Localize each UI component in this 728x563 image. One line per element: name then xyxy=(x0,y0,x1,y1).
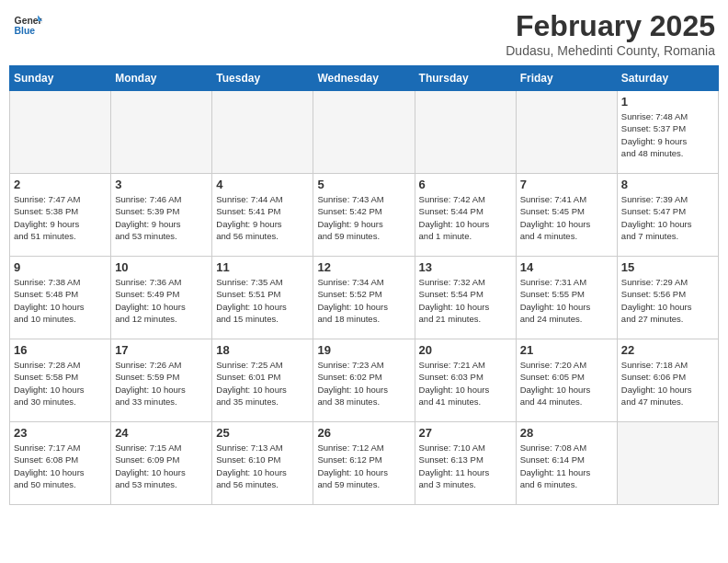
day-info: Sunrise: 7:20 AM Sunset: 6:05 PM Dayligh… xyxy=(520,359,613,408)
month-year-title: February 2025 xyxy=(506,9,715,43)
day-info: Sunrise: 7:15 AM Sunset: 6:09 PM Dayligh… xyxy=(115,442,208,490)
calendar-cell xyxy=(313,91,415,174)
day-info: Sunrise: 7:12 AM Sunset: 6:12 PM Dayligh… xyxy=(317,442,410,490)
day-number: 15 xyxy=(621,260,714,274)
calendar-cell: 3Sunrise: 7:46 AM Sunset: 5:39 PM Daylig… xyxy=(111,174,212,257)
calendar-table: SundayMondayTuesdayWednesdayThursdayFrid… xyxy=(9,65,719,505)
calendar-cell: 15Sunrise: 7:29 AM Sunset: 5:56 PM Dayli… xyxy=(617,257,718,339)
calendar-cell: 28Sunrise: 7:08 AM Sunset: 6:14 PM Dayli… xyxy=(516,422,617,505)
day-info: Sunrise: 7:38 AM Sunset: 5:48 PM Dayligh… xyxy=(14,276,107,325)
day-info: Sunrise: 7:29 AM Sunset: 5:56 PM Dayligh… xyxy=(621,276,714,325)
day-info: Sunrise: 7:34 AM Sunset: 5:52 PM Dayligh… xyxy=(317,276,410,325)
day-number: 21 xyxy=(520,343,613,357)
day-info: Sunrise: 7:43 AM Sunset: 5:42 PM Dayligh… xyxy=(317,193,410,242)
calendar-cell: 5Sunrise: 7:43 AM Sunset: 5:42 PM Daylig… xyxy=(313,174,415,257)
calendar-cell: 25Sunrise: 7:13 AM Sunset: 6:10 PM Dayli… xyxy=(212,422,313,505)
day-number: 9 xyxy=(14,260,107,274)
calendar-cell: 27Sunrise: 7:10 AM Sunset: 6:13 PM Dayli… xyxy=(415,422,516,505)
day-number: 28 xyxy=(520,426,613,440)
day-number: 25 xyxy=(216,426,309,440)
day-number: 23 xyxy=(14,426,107,440)
weekday-header-row: SundayMondayTuesdayWednesdayThursdayFrid… xyxy=(10,66,719,91)
calendar-cell: 14Sunrise: 7:31 AM Sunset: 5:55 PM Dayli… xyxy=(516,257,617,339)
day-number: 7 xyxy=(520,178,613,191)
day-info: Sunrise: 7:44 AM Sunset: 5:41 PM Dayligh… xyxy=(216,193,309,242)
calendar-cell: 18Sunrise: 7:25 AM Sunset: 6:01 PM Dayli… xyxy=(212,339,313,422)
day-info: Sunrise: 7:17 AM Sunset: 6:08 PM Dayligh… xyxy=(14,442,107,490)
calendar-cell: 21Sunrise: 7:20 AM Sunset: 6:05 PM Dayli… xyxy=(516,339,617,422)
calendar-cell: 4Sunrise: 7:44 AM Sunset: 5:41 PM Daylig… xyxy=(212,174,313,257)
calendar-cell: 19Sunrise: 7:23 AM Sunset: 6:02 PM Dayli… xyxy=(313,339,415,422)
weekday-header-sunday: Sunday xyxy=(10,66,111,91)
day-info: Sunrise: 7:42 AM Sunset: 5:44 PM Dayligh… xyxy=(419,193,512,242)
calendar-cell: 12Sunrise: 7:34 AM Sunset: 5:52 PM Dayli… xyxy=(313,257,415,339)
calendar-cell: 22Sunrise: 7:18 AM Sunset: 6:06 PM Dayli… xyxy=(617,339,718,422)
day-info: Sunrise: 7:13 AM Sunset: 6:10 PM Dayligh… xyxy=(216,442,309,490)
day-number: 20 xyxy=(419,343,512,357)
week-row-1: 1Sunrise: 7:48 AM Sunset: 5:37 PM Daylig… xyxy=(10,91,719,174)
day-number: 11 xyxy=(216,260,309,274)
calendar-cell xyxy=(415,91,516,174)
day-info: Sunrise: 7:26 AM Sunset: 5:59 PM Dayligh… xyxy=(115,359,208,408)
day-number: 22 xyxy=(621,343,714,357)
day-info: Sunrise: 7:23 AM Sunset: 6:02 PM Dayligh… xyxy=(317,359,410,408)
week-row-2: 2Sunrise: 7:47 AM Sunset: 5:38 PM Daylig… xyxy=(10,174,719,257)
weekday-header-saturday: Saturday xyxy=(617,66,718,91)
calendar-cell: 13Sunrise: 7:32 AM Sunset: 5:54 PM Dayli… xyxy=(415,257,516,339)
calendar-cell: 24Sunrise: 7:15 AM Sunset: 6:09 PM Dayli… xyxy=(111,422,212,505)
calendar-cell: 11Sunrise: 7:35 AM Sunset: 5:51 PM Dayli… xyxy=(212,257,313,339)
day-info: Sunrise: 7:10 AM Sunset: 6:13 PM Dayligh… xyxy=(419,442,512,490)
day-info: Sunrise: 7:18 AM Sunset: 6:06 PM Dayligh… xyxy=(621,359,714,408)
day-number: 14 xyxy=(520,260,613,274)
logo-icon: General Blue xyxy=(13,9,42,39)
title-block: February 2025 Dudasu, Mehedinti County, … xyxy=(506,9,715,58)
day-number: 26 xyxy=(317,426,410,440)
day-number: 10 xyxy=(115,260,208,274)
logo: General Blue xyxy=(13,9,42,39)
weekday-header-thursday: Thursday xyxy=(415,66,516,91)
day-info: Sunrise: 7:35 AM Sunset: 5:51 PM Dayligh… xyxy=(216,276,309,325)
calendar-cell xyxy=(10,91,111,174)
day-info: Sunrise: 7:28 AM Sunset: 5:58 PM Dayligh… xyxy=(14,359,107,408)
svg-text:Blue: Blue xyxy=(15,26,36,36)
day-info: Sunrise: 7:25 AM Sunset: 6:01 PM Dayligh… xyxy=(216,359,309,408)
day-number: 12 xyxy=(317,260,410,274)
weekday-header-monday: Monday xyxy=(111,66,212,91)
day-number: 27 xyxy=(419,426,512,440)
day-info: Sunrise: 7:47 AM Sunset: 5:38 PM Dayligh… xyxy=(14,193,107,242)
calendar-cell xyxy=(516,91,617,174)
day-info: Sunrise: 7:39 AM Sunset: 5:47 PM Dayligh… xyxy=(621,193,714,242)
day-number: 2 xyxy=(14,178,107,191)
calendar-cell: 2Sunrise: 7:47 AM Sunset: 5:38 PM Daylig… xyxy=(10,174,111,257)
week-row-3: 9Sunrise: 7:38 AM Sunset: 5:48 PM Daylig… xyxy=(10,257,719,339)
weekday-header-friday: Friday xyxy=(516,66,617,91)
calendar-cell xyxy=(212,91,313,174)
calendar-cell xyxy=(111,91,212,174)
day-number: 18 xyxy=(216,343,309,357)
day-info: Sunrise: 7:46 AM Sunset: 5:39 PM Dayligh… xyxy=(115,193,208,242)
day-number: 24 xyxy=(115,426,208,440)
day-number: 13 xyxy=(419,260,512,274)
calendar-cell: 7Sunrise: 7:41 AM Sunset: 5:45 PM Daylig… xyxy=(516,174,617,257)
week-row-4: 16Sunrise: 7:28 AM Sunset: 5:58 PM Dayli… xyxy=(10,339,719,422)
weekday-header-wednesday: Wednesday xyxy=(313,66,415,91)
calendar-cell: 8Sunrise: 7:39 AM Sunset: 5:47 PM Daylig… xyxy=(617,174,718,257)
calendar-cell xyxy=(617,422,718,505)
calendar-cell: 6Sunrise: 7:42 AM Sunset: 5:44 PM Daylig… xyxy=(415,174,516,257)
calendar-cell: 23Sunrise: 7:17 AM Sunset: 6:08 PM Dayli… xyxy=(10,422,111,505)
day-info: Sunrise: 7:08 AM Sunset: 6:14 PM Dayligh… xyxy=(520,442,613,490)
calendar-cell: 26Sunrise: 7:12 AM Sunset: 6:12 PM Dayli… xyxy=(313,422,415,505)
day-number: 1 xyxy=(621,95,714,109)
calendar-cell: 10Sunrise: 7:36 AM Sunset: 5:49 PM Dayli… xyxy=(111,257,212,339)
calendar-cell: 1Sunrise: 7:48 AM Sunset: 5:37 PM Daylig… xyxy=(617,91,718,174)
day-number: 19 xyxy=(317,343,410,357)
day-info: Sunrise: 7:31 AM Sunset: 5:55 PM Dayligh… xyxy=(520,276,613,325)
day-info: Sunrise: 7:48 AM Sunset: 5:37 PM Dayligh… xyxy=(621,110,714,159)
day-number: 16 xyxy=(14,343,107,357)
day-number: 5 xyxy=(317,178,410,191)
day-info: Sunrise: 7:41 AM Sunset: 5:45 PM Dayligh… xyxy=(520,193,613,242)
weekday-header-tuesday: Tuesday xyxy=(212,66,313,91)
calendar-cell: 16Sunrise: 7:28 AM Sunset: 5:58 PM Dayli… xyxy=(10,339,111,422)
day-number: 6 xyxy=(419,178,512,191)
calendar-cell: 17Sunrise: 7:26 AM Sunset: 5:59 PM Dayli… xyxy=(111,339,212,422)
